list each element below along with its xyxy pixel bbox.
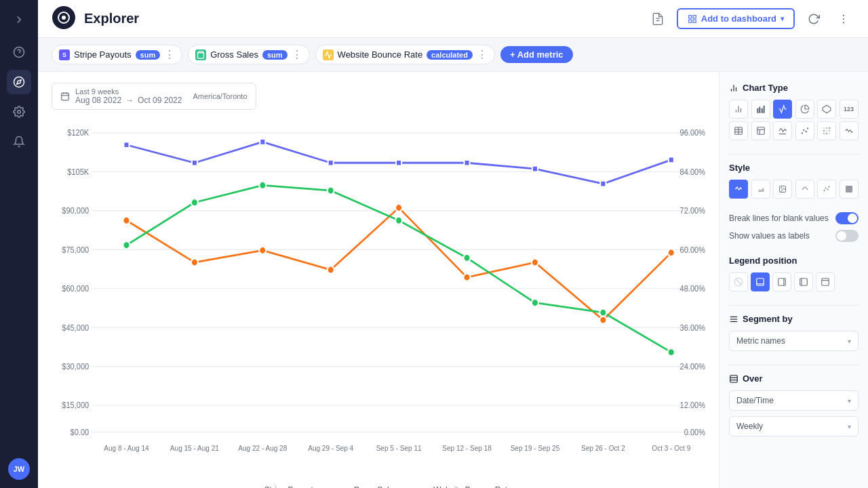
date-range-dates: Aug 08 2022 → Oct 09 2022: [75, 96, 182, 105]
svg-text:0.00%: 0.00%: [684, 428, 705, 437]
svg-text:12.00%: 12.00%: [680, 401, 705, 410]
bounce-more-icon[interactable]: ⋮: [477, 48, 488, 61]
svg-point-72: [464, 254, 471, 262]
svg-rect-13: [689, 20, 692, 22]
svg-point-65: [599, 317, 606, 324]
svg-text:Oct 3 - Oct 9: Oct 3 - Oct 9: [652, 444, 690, 453]
svg-text:$75,000: $75,000: [62, 245, 89, 254]
metric-bounce-rate[interactable]: Website Bounce Rate calculated ⋮: [315, 45, 495, 64]
break-lines-toggle[interactable]: [835, 212, 859, 224]
over-datetime-dropdown[interactable]: Date/Time ▾: [729, 390, 859, 411]
chart-type-pivot[interactable]: [751, 121, 770, 140]
legend-pos-none[interactable]: [729, 272, 748, 291]
chart-type-heatmap[interactable]: [817, 121, 836, 140]
gross-more-icon[interactable]: ⋮: [292, 48, 302, 61]
svg-rect-126: [757, 279, 764, 286]
date-range[interactable]: Last 9 weeks Aug 08 2022 → Oct 09 2022 A…: [52, 83, 256, 110]
chart-type-number[interactable]: 123: [840, 100, 859, 119]
svg-rect-18: [62, 93, 69, 100]
chart-type-grouped-bar[interactable]: [751, 100, 770, 119]
svg-rect-114: [823, 133, 825, 134]
legend-pos-bottom[interactable]: [751, 272, 770, 291]
legend-pos-right[interactable]: [772, 272, 791, 291]
svg-point-68: [191, 199, 198, 206]
svg-rect-130: [800, 279, 808, 286]
style-area[interactable]: [751, 180, 770, 199]
style-smooth[interactable]: [795, 180, 814, 199]
chart-type-line[interactable]: [773, 100, 792, 119]
show-values-label: Show values as labels: [729, 231, 810, 241]
chart-type-title: Chart Type: [729, 83, 859, 93]
legend-position-title: Legend position: [729, 256, 859, 266]
svg-point-58: [123, 217, 130, 224]
svg-rect-11: [693, 15, 696, 18]
metrics-bar: S Stripe Payouts sum ⋮ Gross Sales sum ⋮…: [38, 38, 868, 72]
svg-point-105: [803, 129, 804, 131]
document-icon[interactable]: [647, 8, 669, 30]
style-line[interactable]: [729, 180, 748, 199]
svg-rect-81: [465, 160, 470, 166]
svg-text:$30,000: $30,000: [62, 361, 89, 371]
stripe-more-icon[interactable]: ⋮: [164, 48, 175, 61]
svg-text:36.00%: 36.00%: [680, 323, 705, 332]
date-range-wrapper: Last 9 weeks Aug 08 2022 → Oct 09 2022 A…: [52, 83, 705, 118]
over-section: Over Date/Time ▾ Weekly ▾: [729, 373, 859, 436]
add-to-dashboard-button[interactable]: Add to dashboard ▾: [677, 8, 795, 29]
svg-point-107: [806, 127, 808, 129]
chart-type-pie[interactable]: [795, 100, 814, 119]
metric-stripe-payouts[interactable]: S Stripe Payouts sum ⋮: [52, 45, 182, 64]
chart-type-scatter[interactable]: [795, 121, 814, 140]
chart-svg-area: $120K $105K $90,000 $75,000 $60,000 $45,…: [52, 118, 705, 477]
gross-icon: [195, 49, 206, 60]
svg-text:Aug 8 - Aug 14: Aug 8 - Aug 14: [104, 444, 149, 453]
svg-rect-82: [532, 166, 538, 172]
sidebar-nav-arrow[interactable]: [13, 8, 25, 35]
svg-rect-111: [823, 130, 825, 131]
legend-pos-left[interactable]: [794, 272, 813, 291]
style-filled[interactable]: [840, 180, 859, 199]
svg-rect-116: [829, 133, 830, 134]
refresh-icon[interactable]: [803, 8, 825, 30]
chart-type-radar[interactable]: [817, 100, 836, 119]
sidebar-item-settings[interactable]: [7, 100, 31, 124]
metric-gross-sales[interactable]: Gross Sales sum ⋮: [188, 45, 309, 64]
chart-type-grid-2: [729, 121, 859, 140]
legend-stripe-payouts: ◆ Stripe Payouts: [245, 485, 317, 488]
chart-type-area[interactable]: [773, 121, 792, 140]
svg-point-63: [464, 274, 471, 281]
segment-by-dropdown[interactable]: Metric names ▾: [729, 331, 859, 351]
sidebar-item-help[interactable]: [7, 40, 31, 64]
chart-type-bar[interactable]: [729, 100, 748, 119]
add-metric-button[interactable]: + Add metric: [500, 46, 573, 63]
svg-point-15: [843, 18, 844, 19]
legend-pos-top[interactable]: [816, 272, 835, 291]
legend-position-grid: [729, 272, 859, 291]
svg-point-60: [259, 247, 266, 254]
legend-gross-sales: ◆ Gross Sales: [334, 485, 397, 488]
gross-sales-label: Gross Sales: [210, 49, 258, 60]
svg-marker-95: [823, 105, 831, 113]
sidebar-item-explore[interactable]: [7, 70, 31, 94]
svg-point-122: [829, 186, 830, 188]
svg-rect-112: [826, 130, 827, 131]
over-value: Date/Time: [736, 396, 774, 405]
svg-marker-3: [17, 80, 21, 84]
chart-main: Last 9 weeks Aug 08 2022 → Oct 09 2022 A…: [38, 72, 719, 488]
svg-rect-123: [846, 186, 852, 192]
style-scatter[interactable]: [817, 180, 836, 199]
sidebar-item-notifications[interactable]: [7, 129, 31, 154]
segment-by-value: Metric names: [736, 336, 785, 346]
user-avatar[interactable]: JW: [8, 458, 30, 480]
chart-type-waterfall[interactable]: [840, 121, 859, 140]
svg-point-73: [532, 299, 538, 306]
style-image[interactable]: [773, 180, 792, 199]
show-values-toggle[interactable]: [835, 230, 859, 242]
chart-type-table[interactable]: [729, 121, 748, 140]
svg-text:$45,000: $45,000: [62, 323, 89, 332]
svg-rect-83: [600, 181, 606, 187]
main-content: Explorer Add to dashboard ▾: [38, 0, 868, 488]
over-period-dropdown[interactable]: Weekly ▾: [729, 416, 859, 436]
svg-rect-128: [778, 279, 786, 286]
svg-point-2: [14, 77, 24, 87]
more-options-icon[interactable]: [833, 8, 854, 30]
